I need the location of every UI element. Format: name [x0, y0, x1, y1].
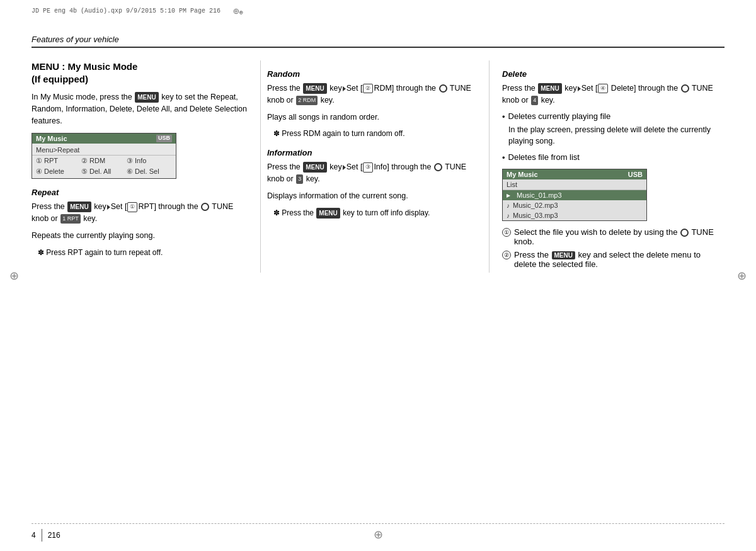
menu-badge-step2: MENU — [552, 251, 575, 259]
random-title: Random — [267, 69, 476, 79]
bullet-item-1: • Deletes currently playing file — [502, 111, 724, 122]
menu-badge-repeat: MENU — [67, 202, 91, 212]
music-item-2: ♪ Music_02.mp3 — [503, 200, 646, 210]
menu-badge-intro: MENU — [135, 92, 158, 103]
repeat-desc: Repeats the currently playing song. — [32, 230, 248, 242]
num-badge-3: ③ — [363, 162, 373, 173]
screen1-body: Menu>Repeat ① RPT ② RDM ③ Info ④ Delete … — [32, 144, 176, 178]
triangle-right-3 — [343, 165, 346, 170]
music-item-2-name: Music_02.mp3 — [513, 202, 558, 209]
screen1-item-info: ③ Info — [127, 157, 172, 165]
page-divider — [42, 529, 42, 542]
music-screen: My Music USB List Music_01.mp3 ♪ Music_0… — [502, 169, 647, 221]
music-note-3: ♪ — [507, 212, 510, 219]
num-badge-4: ④ — [598, 84, 608, 94]
crosshair-right: ⊕ — [737, 269, 747, 283]
print-header: JD PE eng 4b (Audio).qxp 9/9/2015 5:10 P… — [32, 5, 724, 16]
bullet1-detail: In the play screen, pressing delete will… — [508, 124, 724, 148]
repeat-note: ✽ Press RPT again to turn repeat off. — [38, 247, 248, 258]
left-title: MENU : My Music Mode (If equipped) — [32, 60, 248, 85]
music-item-1: Music_01.mp3 — [503, 190, 646, 200]
tune-icon-info — [434, 163, 442, 171]
menu-badge-info: MENU — [303, 162, 326, 173]
usb-label-1: USB — [156, 135, 172, 142]
triangle-right-1 — [107, 205, 110, 210]
section-header-text: Features of your vehicle — [32, 35, 119, 44]
tune-icon-repeat — [201, 203, 209, 211]
col-right: Delete Press the MENU keySet [④ Delete] … — [489, 60, 724, 273]
delete-body: Press the MENU keySet [④ Delete] through… — [502, 82, 724, 106]
screen1-item-rdm: ② RDM — [81, 157, 127, 165]
key-badge-4: 4 — [531, 96, 538, 106]
tune-icon-step1 — [680, 229, 689, 237]
bullet-dot-1: • — [502, 112, 505, 122]
screen1-row1: ① RPT ② RDM ③ Info — [32, 156, 176, 166]
print-header-text: JD PE eng 4b (Audio).qxp 9/9/2015 5:10 P… — [32, 8, 220, 14]
screen1-item-rpt: ① RPT — [36, 157, 81, 165]
menu-badge-delete: MENU — [538, 83, 561, 94]
info-desc: Displays information of the current song… — [267, 190, 476, 202]
music-screen-header: My Music USB — [503, 169, 646, 179]
repeat-title: Repeat — [32, 188, 248, 197]
menu-badge-random: MENU — [303, 83, 326, 94]
random-note: ✽ Press RDM again to turn random off. — [273, 128, 476, 139]
key-badge-3: 3 — [296, 174, 303, 185]
num-badge-2: ② — [363, 84, 373, 94]
music-item-3-name: Music_03.mp3 — [513, 212, 558, 219]
info-note: ✽ Press the MENU key to turn off info di… — [273, 207, 476, 219]
col-mid: Random Press the MENU keySet [②RDM] thro… — [260, 60, 489, 273]
screen1-item-delsel: ⑥ Del. Sel — [127, 168, 172, 176]
crosshair-top: ⊕ — [233, 5, 244, 16]
page-num-2: 216 — [48, 531, 60, 540]
left-intro: In My Music mode, press the MENU key to … — [32, 91, 248, 127]
crosshair-left: ⊕ — [9, 269, 19, 283]
tune-icon-delete — [681, 84, 689, 93]
repeat-body: Press the MENU keySet [①RPT] through the… — [32, 201, 248, 225]
menu-badge-info-note: MENU — [316, 208, 340, 219]
screen1-menu-path: Menu>Repeat — [32, 145, 176, 156]
screen1-item-delall: ⑤ Del. All — [81, 168, 127, 176]
key-badge-1rpt: 1 RPT — [60, 214, 81, 224]
usb-label-2: USB — [628, 171, 643, 178]
delete-title: Delete — [502, 69, 724, 79]
col-left: MENU : My Music Mode (If equipped) In My… — [32, 60, 260, 273]
info-title: Information — [267, 148, 476, 157]
key-badge-2rdm: 2 RDM — [296, 96, 318, 106]
step-2: ② Press the MENU key and select the dele… — [502, 250, 724, 269]
info-body: Press the MENU keySet [③Info] through th… — [267, 161, 476, 185]
screen1-header: My Music USB — [32, 133, 176, 144]
random-body: Press the MENU keySet [②RDM] through the… — [267, 82, 476, 106]
triangle-right-4 — [578, 86, 581, 91]
step-1-num: ① — [502, 228, 511, 237]
triangle-right-2 — [343, 86, 346, 91]
random-desc: Plays all songs in random order. — [267, 111, 476, 123]
bullet-item-2: • Deletes file from list — [502, 152, 724, 162]
columns: MENU : My Music Mode (If equipped) In My… — [32, 60, 724, 273]
step-2-text: Press the MENU key and select the delete… — [514, 250, 724, 269]
screen-mockup-1: My Music USB Menu>Repeat ① RPT ② RDM ③ I… — [32, 133, 176, 179]
content-area: Features of your vehicle MENU : My Music… — [32, 35, 724, 513]
page-number: 4 216 — [32, 529, 60, 542]
music-list-label: List — [503, 179, 646, 190]
bullet-dot-2: • — [502, 153, 505, 162]
page-num-1: 4 — [32, 531, 36, 540]
bullet1-text: Deletes currently playing file — [508, 111, 611, 121]
page-container: JD PE eng 4b (Audio).qxp 9/9/2015 5:10 P… — [0, 0, 756, 551]
screen1-item-delete: ④ Delete — [36, 168, 81, 176]
music-note-2: ♪ — [507, 202, 510, 209]
music-screen-body: List Music_01.mp3 ♪ Music_02.mp3 ♪ Music… — [503, 179, 646, 220]
bullet2-text: Deletes file from list — [508, 152, 580, 162]
step-1-text: Select the file you wish to delete by us… — [514, 227, 724, 246]
page-footer: 4 216 — [32, 523, 724, 542]
step-1: ① Select the file you wish to delete by … — [502, 227, 724, 246]
section-header: Features of your vehicle — [32, 35, 724, 48]
step-2-num: ② — [502, 251, 511, 259]
music-item-3: ♪ Music_03.mp3 — [503, 210, 646, 220]
music-item-1-name: Music_01.mp3 — [517, 191, 562, 199]
tune-icon-random — [439, 84, 447, 93]
screen1-row2: ④ Delete ⑤ Del. All ⑥ Del. Sel — [32, 166, 176, 177]
num-badge-1: ① — [127, 202, 137, 212]
